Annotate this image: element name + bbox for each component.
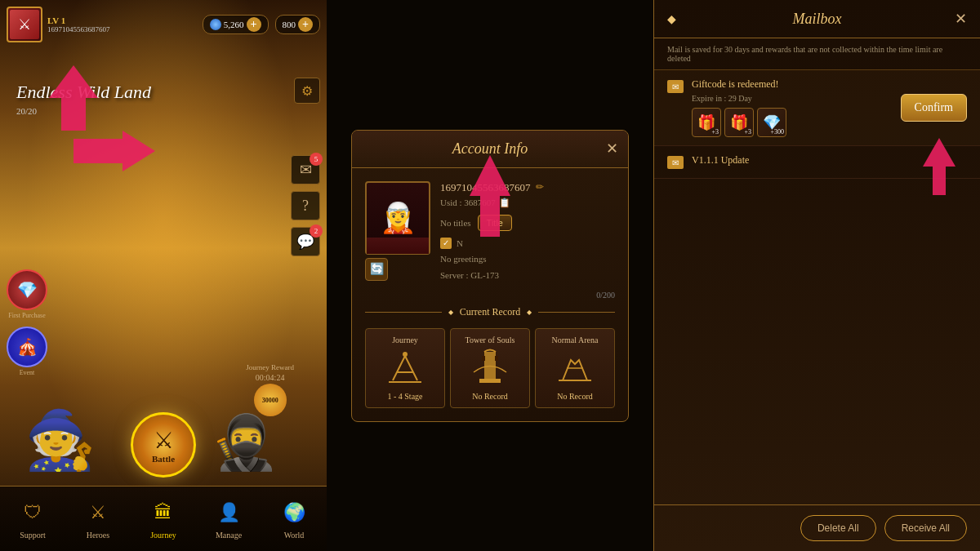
gem-icon [210, 19, 221, 30]
battle-button[interactable]: ⚔ Battle [131, 412, 196, 478]
first-purchase-button[interactable]: 💎 First Purchase [7, 269, 47, 319]
event-button[interactable]: 🎪 Event [7, 327, 47, 376]
mail-rewards-1: 🎁 +3 🎁 +3 💎 +300 [692, 108, 893, 137]
account-details: 16971045563687607 ✏ Usid : 3687607 📋 No … [440, 181, 615, 280]
world-icon: 🌍 [279, 498, 309, 527]
nav-heroes-label: Heroes [87, 531, 109, 540]
mail-button[interactable]: ✉ 5 [291, 155, 320, 184]
arrow-right-indicator [74, 131, 155, 181]
svg-rect-5 [479, 379, 501, 383]
modal-body: 🧝 🔄 16971045563687607 ✏ Usid : 3687607 📋… [352, 168, 628, 421]
left-panel: LV 1 16971045563687607 5,260 + 800 + End… [0, 0, 327, 551]
player-uid: 16971045563687607 [47, 25, 110, 33]
reward-count-1: +3 [711, 128, 719, 136]
record-tower: Tower of Souls No Record [450, 328, 530, 408]
character-left: 🧙 [24, 407, 96, 473]
svg-rect-7 [495, 356, 498, 361]
record-tower-icon [470, 348, 510, 389]
mail-expire-1: Expire in : 29 Day [692, 94, 893, 103]
help-button[interactable]: ? [291, 191, 320, 220]
usid-text: Usid : 3687607 [440, 198, 496, 207]
bottom-navigation: 🛡 Support ⚔ Heroes 🏛 Journey 👤 Manage 🌍 … [0, 486, 327, 551]
player-text: LV 1 16971045563687607 [47, 16, 110, 33]
mail-icon-area-1: ✉ [667, 78, 684, 137]
mail-envelope-icon-2: ✉ [667, 156, 684, 169]
record-journey-icon [385, 348, 425, 389]
record-arena: Normal Arena No Record [535, 328, 615, 408]
event-label: Event [20, 369, 35, 376]
player-avatar[interactable] [7, 7, 42, 42]
first-purchase-icon: 💎 [7, 269, 47, 310]
edit-uid-button[interactable]: ✏ [536, 181, 544, 193]
reward-count-3: +300 [770, 128, 784, 136]
settings-button[interactable]: ⚙ [294, 78, 320, 104]
record-tower-title: Tower of Souls [466, 335, 515, 344]
record-arena-title: Normal Arena [552, 335, 599, 344]
map-progress: 20/20 [16, 106, 37, 116]
record-journey: Journey 1 - 4 Stage [365, 328, 445, 408]
journey-reward-label: Journey Reward [246, 363, 294, 371]
server-text: Server : GL-173 [440, 270, 615, 280]
title-row: No titles Title [440, 215, 615, 231]
coin-amount: 800 [283, 20, 296, 29]
receive-all-button[interactable]: Receive All [884, 515, 967, 541]
nav-manage[interactable]: 👤 Manage [204, 498, 253, 540]
nav-journey-label: Journey [150, 531, 176, 540]
chat-button[interactable]: 💬 2 [291, 227, 320, 256]
no-title-text: No titles [440, 218, 471, 228]
mail-item-update: ✉ V1.1.1 Update [654, 146, 980, 179]
record-journey-title: Journey [392, 335, 418, 344]
mail-content-1: Giftcode is redeemed! Expire in : 29 Day… [692, 78, 893, 137]
checkbox-row: ✓ N [440, 238, 615, 249]
reward-count-2: +3 [744, 128, 751, 136]
mail-subject-1: Giftcode is redeemed! [692, 78, 893, 91]
record-arena-value: No Record [557, 392, 593, 401]
add-gems-button[interactable]: + [247, 17, 261, 32]
current-record-title: Current Record [460, 306, 520, 318]
journey-amount: 30000 [254, 384, 287, 416]
nav-world-label: World [284, 531, 305, 540]
svg-marker-1 [74, 131, 155, 171]
journey-icon: 🏛 [149, 498, 178, 527]
refresh-avatar-button[interactable]: 🔄 [365, 258, 388, 281]
mail-content-2: V1.1.1 Update [692, 154, 967, 170]
add-coins-button[interactable]: + [298, 17, 313, 32]
character-right: 🥷 [212, 411, 278, 473]
currency-gems: 5,260 + [203, 15, 269, 34]
copy-usid-button[interactable]: 📋 [499, 198, 510, 208]
account-info-modal: Account Info ✕ 🧝 🔄 16971045563687607 [351, 130, 629, 422]
mail-subject-2: V1.1.1 Update [692, 154, 967, 167]
nav-journey[interactable]: 🏛 Journey [139, 498, 188, 540]
svg-point-3 [403, 352, 408, 357]
mail-icon-area-2: ✉ [667, 154, 684, 170]
manage-icon: 👤 [214, 498, 243, 527]
mailbox-title: Mailbox [679, 11, 955, 28]
journey-reward-area: Journey Reward 00:04:24 30000 [246, 363, 294, 416]
divider-dot-left: ◆ [448, 309, 453, 316]
nav-manage-label: Manage [216, 531, 242, 540]
first-purchase-label: First Purchase [7, 312, 47, 319]
avatar-image [10, 10, 39, 39]
account-uid: 16971045563687607 [440, 181, 531, 194]
battle-label: Battle [152, 454, 175, 464]
confirm-button[interactable]: Confirm [901, 94, 967, 122]
delete-all-button[interactable]: Delete All [800, 515, 876, 541]
mail-envelope-icon-1: ✉ [667, 80, 684, 93]
title-button[interactable]: Title [478, 215, 512, 231]
right-panel: ◆ Mailbox ✕ Mail is saved for 30 days an… [653, 0, 980, 551]
char-counter: 0/200 [365, 291, 615, 300]
svg-rect-6 [482, 356, 485, 361]
modal-close-button[interactable]: ✕ [606, 140, 618, 158]
nav-world[interactable]: 🌍 World [270, 498, 318, 540]
svg-rect-4 [484, 352, 496, 383]
record-journey-value: 1 - 4 Stage [387, 392, 422, 401]
divider-dot-right: ◆ [527, 309, 532, 316]
battle-area: ⚔ Battle [131, 412, 196, 478]
nav-heroes[interactable]: ⚔ Heroes [74, 498, 122, 540]
usid-row: Usid : 3687607 📋 [440, 198, 615, 208]
record-tower-value: No Record [472, 392, 508, 401]
mailbox-subtitle: Mail is saved for 30 days and rewards th… [654, 38, 980, 70]
checkbox[interactable]: ✓ [440, 238, 452, 249]
mailbox-close-button[interactable]: ✕ [955, 10, 967, 28]
nav-support[interactable]: 🛡 Support [8, 498, 57, 540]
